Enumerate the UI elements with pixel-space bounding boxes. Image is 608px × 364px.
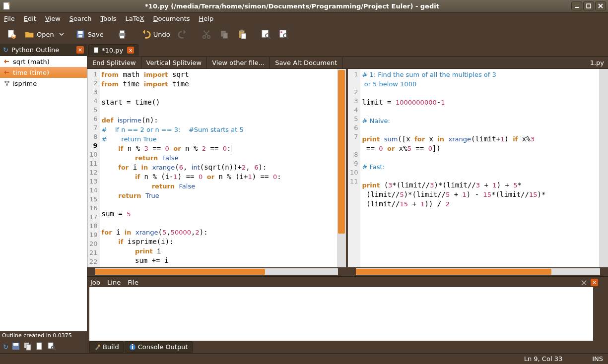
hscroll-left[interactable] xyxy=(87,267,346,276)
svg-rect-33 xyxy=(26,345,31,350)
tool-search-icon[interactable] xyxy=(47,342,56,352)
open-dropdown[interactable] xyxy=(58,32,65,37)
outline-item[interactable]: time (time) xyxy=(0,67,87,78)
code-right[interactable]: # 1: Find the sum of all the multiples o… xyxy=(360,69,599,267)
main-area: *10.py × End Splitview Vertical Splitvie… xyxy=(87,44,608,353)
editor-left: 12345678910111213141516171819202122 from… xyxy=(87,69,348,276)
svg-rect-39 xyxy=(98,345,100,347)
tool-refresh-icon[interactable]: ↻ xyxy=(3,343,8,351)
print-button[interactable] xyxy=(114,27,131,42)
find-button[interactable] xyxy=(258,27,274,42)
find-replace-button[interactable] xyxy=(275,27,292,42)
menu-search[interactable]: Search xyxy=(69,15,92,22)
svg-rect-17 xyxy=(223,33,227,38)
menu-documents[interactable]: Documents xyxy=(153,15,190,22)
function-icon xyxy=(3,68,11,76)
cut-button[interactable] xyxy=(198,27,215,42)
menu-tools[interactable]: Tools xyxy=(101,15,117,22)
vscroll-left[interactable] xyxy=(337,69,346,267)
file-icon xyxy=(93,47,100,54)
save-alt-document-button[interactable]: Save Alt Document xyxy=(270,57,342,68)
right-file-label: 1.py xyxy=(590,59,608,66)
menu-edit[interactable]: Edit xyxy=(24,15,36,22)
menu-view[interactable]: View xyxy=(45,15,61,22)
outline-item[interactable]: isprime xyxy=(0,78,87,89)
end-splitview-button[interactable]: End Splitview xyxy=(87,57,141,68)
editor-right: 1 234567 891011 # 1: Find the sum of all… xyxy=(348,69,608,276)
cursor-position: Ln 9, Col 33 xyxy=(524,355,562,363)
insert-mode: INS xyxy=(592,355,603,363)
hammer-icon xyxy=(94,344,101,351)
outline-item[interactable]: sqrt (math) xyxy=(0,56,87,67)
info-icon: i xyxy=(129,344,136,351)
svg-rect-34 xyxy=(37,343,42,350)
paste-button[interactable] xyxy=(234,27,251,42)
svg-rect-38 xyxy=(94,48,98,53)
sidebar: ↻ Python Outline × sqrt (math) time (tim… xyxy=(0,44,87,353)
svg-rect-9 xyxy=(78,31,82,34)
save-button[interactable]: Save xyxy=(72,27,107,42)
outline-tree[interactable]: sqrt (math) time (time) isprime xyxy=(0,56,87,331)
document-tab[interactable]: *10.py × xyxy=(88,44,138,56)
sidebar-close-icon[interactable]: × xyxy=(76,46,84,54)
tab-close-icon[interactable]: × xyxy=(127,47,134,54)
function-icon xyxy=(3,58,11,65)
hscroll-right[interactable] xyxy=(348,267,608,276)
new-button[interactable]: ★ xyxy=(3,27,20,42)
view-other-file-button[interactable]: View other file... xyxy=(207,57,270,68)
svg-rect-2 xyxy=(587,4,591,8)
close-button[interactable] xyxy=(595,1,606,10)
class-icon xyxy=(3,79,11,87)
bottom-panel: Job Line File × × Build i Console Output xyxy=(87,276,608,353)
split-toolbar: End Splitview Vertical Splitview View ot… xyxy=(87,56,608,69)
col-file[interactable]: File xyxy=(128,279,138,286)
svg-line-26 xyxy=(286,37,288,39)
gutter-left: 12345678910111213141516171819202122 xyxy=(87,69,100,267)
open-button[interactable]: Open xyxy=(21,27,57,42)
document-tabs: *10.py × xyxy=(87,44,608,56)
col-job[interactable]: Job xyxy=(90,279,100,286)
menu-file[interactable]: File xyxy=(4,15,15,22)
sidebar-tools: ↻ xyxy=(0,340,87,353)
vertical-splitview-button[interactable]: Vertical Splitview xyxy=(141,57,207,68)
console-output[interactable] xyxy=(89,287,593,341)
svg-text:i: i xyxy=(131,344,133,351)
redo-button[interactable] xyxy=(174,27,191,42)
sidebar-status: Outline created in 0.0375 xyxy=(0,331,87,340)
undo-button[interactable]: Undo xyxy=(137,27,173,42)
window-title: *10.py (/media/Terra/home/simon/Document… xyxy=(14,2,570,10)
maximize-button[interactable] xyxy=(583,1,594,10)
menubar: File Edit View Search Tools LaTeX Docume… xyxy=(0,12,608,25)
svg-rect-20 xyxy=(241,33,246,39)
menu-latex[interactable]: LaTeX xyxy=(126,15,144,22)
col-line[interactable]: Line xyxy=(107,279,121,286)
sidebar-tab[interactable]: ↻ Python Outline × xyxy=(0,44,87,56)
svg-line-23 xyxy=(269,37,270,39)
bottom-header: Job Line File × × xyxy=(87,277,608,287)
svg-rect-13 xyxy=(120,36,124,39)
gutter-right: 1 234567 891011 xyxy=(348,69,360,267)
vscroll-right[interactable] xyxy=(599,69,608,267)
svg-rect-31 xyxy=(13,343,18,346)
svg-rect-12 xyxy=(120,31,124,33)
panel-close-icon[interactable]: × xyxy=(591,279,598,286)
tool-doc-icon[interactable] xyxy=(35,342,44,352)
menu-help[interactable]: Help xyxy=(199,15,214,22)
code-left[interactable]: from math import sqrt from time import t… xyxy=(100,69,337,267)
tab-console[interactable]: i Console Output xyxy=(125,341,193,353)
panel-dismiss-icon[interactable]: × xyxy=(580,277,588,288)
titlebar: *10.py (/media/Terra/home/simon/Document… xyxy=(0,0,608,12)
statusbar: Ln 9, Col 33 INS xyxy=(0,353,608,364)
app-icon xyxy=(2,1,12,11)
tab-build[interactable]: Build xyxy=(89,341,124,353)
tool-save-icon[interactable] xyxy=(11,342,20,352)
minimize-button[interactable] xyxy=(571,1,582,10)
bottom-tabs: Build i Console Output xyxy=(87,341,608,353)
refresh-icon[interactable]: ↻ xyxy=(3,46,8,54)
svg-rect-10 xyxy=(78,35,82,38)
tool-copy-icon[interactable] xyxy=(23,342,32,352)
svg-rect-19 xyxy=(240,30,243,32)
copy-button[interactable] xyxy=(216,27,233,42)
svg-rect-35 xyxy=(48,343,53,349)
svg-line-37 xyxy=(54,349,56,350)
